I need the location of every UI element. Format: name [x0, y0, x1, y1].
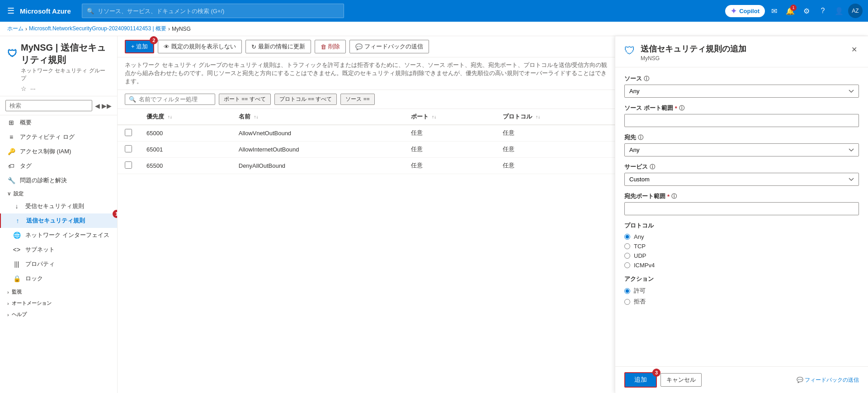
col-checkbox [118, 109, 139, 125]
step-badge-1: 1 [113, 210, 118, 218]
favorite-icon[interactable]: ☆ [21, 85, 27, 92]
col-port[interactable]: ポート ↑↓ [404, 109, 496, 125]
cell-priority: 65000 [139, 125, 231, 142]
sidebar-item-label-tags: タグ [20, 162, 32, 170]
email-button[interactable]: ✉ [767, 4, 781, 18]
sidebar-item-tags[interactable]: 🏷 タグ [0, 159, 117, 173]
protocol-radio-udp[interactable]: UDP [624, 252, 859, 259]
source-port-input[interactable]: * [624, 114, 859, 127]
copilot-button[interactable]: ✦ Copilot [725, 5, 765, 17]
copilot-label: Copilot [739, 8, 760, 14]
col-name[interactable]: 名前 ↑↓ [231, 109, 404, 125]
dest-port-input[interactable]: 8080 [624, 202, 859, 215]
protocol-field-group: プロトコル AnyTCPUDPICMPv4 [624, 222, 859, 269]
row-checkbox[interactable] [125, 129, 132, 136]
sidebar-item-properties[interactable]: ||| プロパティ [0, 257, 117, 271]
sidebar-item-iam[interactable]: 🔑 アクセス制御 (IAM) [0, 144, 117, 159]
filter-chip-source[interactable]: ソース == [340, 94, 374, 105]
protocol-radio-input-tcp[interactable] [624, 243, 630, 249]
settings-section[interactable]: ∨ 設定 [0, 188, 117, 199]
automation-section[interactable]: › オートメーション [0, 297, 117, 308]
avatar[interactable]: AZ [848, 4, 863, 18]
hide-icon: 👁 [164, 43, 170, 50]
action-radio-input-deny[interactable] [624, 299, 630, 305]
sidebar-item-network-interface[interactable]: 🌐 ネットワーク インターフェイス [0, 228, 117, 242]
panel-add-button[interactable]: 追加 [624, 372, 657, 388]
sidebar-item-inbound[interactable]: ↓ 受信セキュリティ規則 [0, 199, 117, 213]
notifications-button[interactable]: 🔔 1 [783, 4, 797, 18]
col-protocol[interactable]: プロトコル ↑↓ [495, 109, 615, 125]
settings-button[interactable]: ⚙ [799, 4, 814, 18]
protocol-radio-icmpv4[interactable]: ICMPv4 [624, 262, 859, 269]
source-label: ソース ⓘ [624, 75, 859, 83]
row-checkbox[interactable] [125, 145, 132, 152]
menu-icon[interactable]: ☰ [5, 4, 16, 18]
sidebar-search-input[interactable] [5, 100, 92, 111]
sidebar-item-outbound[interactable]: ↑ 送信セキュリティ規則 [0, 213, 117, 228]
panel-close-button[interactable]: ✕ [849, 43, 859, 56]
account-button[interactable]: 👤 [832, 4, 846, 18]
source-port-label: ソース ポート範囲 * ⓘ [624, 104, 859, 112]
source-field-group: ソース ⓘ Any [624, 75, 859, 98]
help-button[interactable]: ? [816, 4, 830, 18]
search-input[interactable] [98, 8, 335, 14]
breadcrumb-current: MyNSG [172, 26, 191, 32]
filter-search-input[interactable] [139, 96, 215, 103]
protocol-radio-input-any[interactable] [624, 234, 630, 240]
delete-button[interactable]: 🗑 削除 [315, 40, 346, 53]
filter-chip-protocol[interactable]: プロトコル == すべて [274, 94, 337, 105]
sidebar-item-label-activity-log: アクティビティ ログ [20, 133, 75, 141]
sidebar-item-label-network-interface: ネットワーク インターフェイス [25, 231, 109, 239]
description-text: ネットワーク セキュリティ グループのセキュリティ規則は、トラフィックを許可また… [118, 57, 615, 90]
sidebar-item-activity-log[interactable]: ≡ アクティビティ ログ [0, 130, 117, 144]
source-info-icon[interactable]: ⓘ [644, 75, 649, 83]
protocol-radio-input-icmpv4[interactable] [624, 262, 630, 268]
source-select[interactable]: Any [624, 85, 859, 98]
hide-default-rules-button[interactable]: 👁 既定の規則を表示しない [158, 40, 242, 53]
right-panel: 🛡 送信セキュリティ規則の追加 MyNSG ✕ ソース ⓘ Any [615, 36, 868, 393]
panel-title: 送信セキュリティ規則の追加 [641, 43, 746, 54]
protocol-radio-input-udp[interactable] [624, 253, 630, 259]
sidebar-item-overview[interactable]: ⊞ 概要 [0, 115, 117, 130]
service-select[interactable]: Custom [624, 173, 859, 186]
source-port-required: * [675, 105, 677, 112]
help-section[interactable]: › ヘルプ [0, 308, 117, 320]
sidebar-item-label-subnet: サブネット [25, 246, 55, 254]
feedback-button[interactable]: 💬 フィードバックの送信 [349, 40, 429, 53]
action-radio-allow[interactable]: 許可 [624, 287, 859, 295]
filter-bar: 🔍 ポート == すべて プロトコル == すべて ソース == [118, 90, 615, 109]
monitoring-section[interactable]: › 監視 [0, 286, 117, 297]
global-search-bar[interactable]: 🔍 [82, 4, 344, 18]
dest-port-info-icon[interactable]: ⓘ [671, 193, 677, 200]
sidebar-item-subnet[interactable]: <> サブネット [0, 242, 117, 257]
sidebar-item-locks[interactable]: 🔒 ロック [0, 271, 117, 286]
cell-port: 任意 [404, 141, 496, 157]
action-radio-label-allow: 許可 [634, 287, 646, 295]
cell-port: 任意 [404, 157, 496, 174]
service-info-icon[interactable]: ⓘ [650, 163, 655, 171]
protocol-radio-label-tcp: TCP [634, 243, 646, 250]
breadcrumb-home[interactable]: ホーム [7, 25, 24, 33]
protocol-label: プロトコル [624, 222, 859, 230]
col-priority[interactable]: 優先度 ↑↓ [139, 109, 231, 125]
source-port-info-icon[interactable]: ⓘ [679, 104, 684, 112]
refresh-button[interactable]: ↻ 最新の情報に更新 [245, 40, 311, 53]
collapse-sidebar-icon[interactable]: ◀ [95, 102, 100, 109]
destination-select[interactable]: Any [624, 143, 859, 156]
filter-chip-port[interactable]: ポート == すべて [219, 94, 271, 105]
sidebar-item-diagnostics[interactable]: 🔧 問題の診断と解決 [0, 173, 117, 188]
row-checkbox[interactable] [125, 161, 132, 169]
destination-info-icon[interactable]: ⓘ [638, 134, 643, 142]
feedback-icon: 💬 [355, 43, 363, 50]
protocol-radio-tcp[interactable]: TCP [624, 243, 859, 250]
protocol-radio-any[interactable]: Any [624, 233, 859, 240]
more-options-icon[interactable]: ··· [30, 85, 36, 92]
action-radio-input-allow[interactable] [624, 288, 630, 294]
expand-sidebar-icon[interactable]: ▶▶ [102, 102, 112, 109]
dest-port-field-group: 宛先ポート範囲 * ⓘ 8080 [624, 192, 859, 215]
action-radio-deny[interactable]: 拒否 [624, 298, 859, 306]
panel-cancel-button[interactable]: キャンセル [660, 373, 702, 387]
cell-priority: 65001 [139, 141, 231, 157]
breadcrumb-nsg[interactable]: Microsoft.NetworkSecurityGroup-202409011… [29, 25, 166, 33]
panel-feedback-link[interactable]: 💬 フィードバックの送信 [797, 376, 859, 384]
